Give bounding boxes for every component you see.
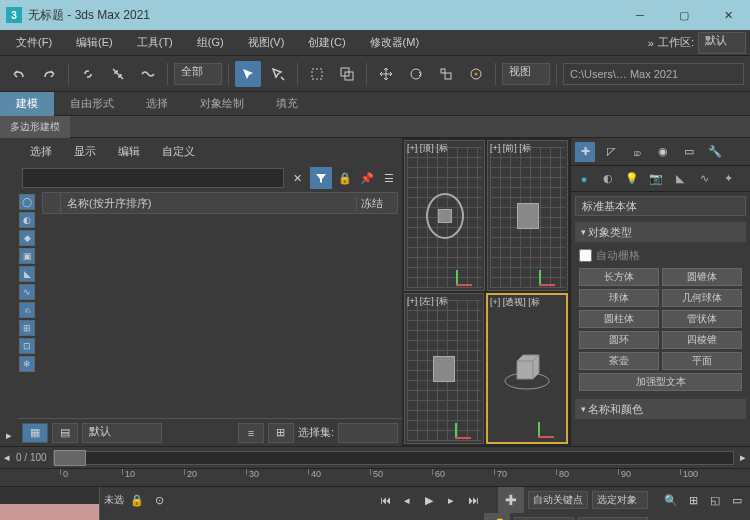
ribbon-tab-populate[interactable]: 填充 (260, 92, 314, 116)
prev-frame-button[interactable]: ◂ (398, 491, 416, 509)
menu-views[interactable]: 视图(V) (236, 31, 297, 55)
menu-group[interactable]: 组(G) (185, 31, 236, 55)
set-key-bigbutton[interactable]: 🔑 (484, 513, 510, 520)
menu-create[interactable]: 创建(C) (296, 31, 357, 55)
selset-icon[interactable]: ⊞ (268, 423, 294, 443)
col-freeze[interactable]: 冻结 (357, 196, 397, 211)
sub-shapes-icon[interactable]: ◐ (599, 170, 617, 188)
time-track[interactable] (53, 451, 734, 465)
minimize-button[interactable]: ─ (618, 0, 662, 30)
expand-icon[interactable]: ▸ (6, 429, 12, 442)
filter-group-icon[interactable]: ⊞ (19, 320, 35, 336)
lock-selection-icon[interactable]: 🔒 (128, 491, 146, 509)
scene-tab-select[interactable]: 选择 (20, 140, 62, 162)
filter-geom-icon[interactable]: ◯ (19, 194, 35, 210)
isolate-icon[interactable]: ⊙ (150, 491, 168, 509)
clear-search-button[interactable]: ✕ (288, 169, 306, 187)
col-name[interactable]: 名称(按升序排序) (61, 196, 357, 211)
selset-dropdown[interactable] (338, 423, 398, 443)
sub-lights-icon[interactable]: 💡 (623, 170, 641, 188)
ribbon-sub-polymodel[interactable]: 多边形建模 (0, 116, 70, 138)
redo-button[interactable] (36, 61, 62, 87)
project-path[interactable]: C:\Users\… Max 2021 (563, 63, 744, 85)
close-button[interactable]: ✕ (706, 0, 750, 30)
scene-tab-custom[interactable]: 自定义 (152, 140, 205, 162)
cmd-tab-modify[interactable]: ◸ (601, 142, 621, 162)
menu-edit[interactable]: 编辑(E) (64, 31, 125, 55)
pin-icon[interactable]: 📌 (358, 169, 376, 187)
filter-shape-icon[interactable]: ◐ (19, 212, 35, 228)
viewport-left[interactable]: [+] [左] [标 (404, 293, 484, 444)
placement-button[interactable] (463, 61, 489, 87)
ref-coord-dropdown[interactable]: 视图 (502, 63, 550, 85)
scene-list-body[interactable] (42, 214, 398, 418)
filter-light-icon[interactable]: ◆ (19, 230, 35, 246)
more-icon[interactable]: ☰ (380, 169, 398, 187)
btn-plane[interactable]: 平面 (662, 352, 742, 370)
filter-frozen-icon[interactable]: ❄ (19, 356, 35, 372)
trackview-mini[interactable]: MAXScript 迷 (0, 487, 100, 520)
ribbon-tab-modeling[interactable]: 建模 (0, 92, 54, 116)
window-crossing-button[interactable] (334, 61, 360, 87)
goto-start-button[interactable]: ⏮ (376, 491, 394, 509)
lock-icon[interactable]: 🔒 (336, 169, 354, 187)
add-key-button[interactable]: ✚ (498, 487, 524, 513)
category-dropdown[interactable]: 标准基本体 (575, 196, 746, 216)
scene-tab-display[interactable]: 显示 (64, 140, 106, 162)
link-button[interactable] (75, 61, 101, 87)
unlink-button[interactable] (105, 61, 131, 87)
viewport-perspective[interactable]: [+] [透视] [标 (486, 293, 568, 444)
btn-sphere[interactable]: 球体 (579, 289, 659, 307)
filter-camera-icon[interactable]: ▣ (19, 248, 35, 264)
sub-spacewarps-icon[interactable]: ∿ (695, 170, 713, 188)
select-by-name-button[interactable] (265, 61, 291, 87)
filter-xref-icon[interactable]: ⊡ (19, 338, 35, 354)
sub-helpers-icon[interactable]: ◣ (671, 170, 689, 188)
filter-bone-icon[interactable]: ⎌ (19, 302, 35, 318)
ribbon-tab-selection[interactable]: 选择 (130, 92, 184, 116)
autokey-button[interactable]: 自动关键点 (528, 491, 588, 509)
next-frame-button[interactable]: ▸ (442, 491, 460, 509)
layers-icon[interactable]: ≡ (238, 423, 264, 443)
filter-button[interactable] (310, 167, 332, 189)
play-button[interactable]: ▶ (420, 491, 438, 509)
layer-toggle-1[interactable]: ▦ (22, 423, 48, 443)
layer-toggle-2[interactable]: ▤ (52, 423, 78, 443)
nav-zoom-icon[interactable]: 🔍 (662, 491, 680, 509)
expand-timeline-icon[interactable]: ◂ (4, 451, 10, 464)
select-object-button[interactable] (235, 61, 261, 87)
bind-spacewarp-button[interactable] (135, 61, 161, 87)
viewport-front[interactable]: [+] [前] [标 (487, 140, 568, 291)
nav-fov-icon[interactable]: ▭ (728, 491, 746, 509)
time-slider-handle[interactable] (54, 450, 86, 466)
btn-teapot[interactable]: 茶壶 (579, 352, 659, 370)
btn-textplus[interactable]: 加强型文本 (579, 373, 742, 391)
menu-file[interactable]: 文件(F) (4, 31, 64, 55)
layer-dropdown[interactable]: 默认 (82, 423, 162, 443)
maximize-button[interactable]: ▢ (662, 0, 706, 30)
btn-pyramid[interactable]: 四棱锥 (662, 331, 742, 349)
filter-spacewarp-icon[interactable]: ∿ (19, 284, 35, 300)
menu-modifiers[interactable]: 修改器(M) (358, 31, 432, 55)
selection-filter-dropdown[interactable]: 全部 (174, 63, 222, 85)
cmd-tab-display[interactable]: ▭ (679, 142, 699, 162)
rollout-namecolor-title[interactable]: 名称和颜色 (575, 399, 746, 419)
scene-search-input[interactable] (22, 168, 284, 188)
ribbon-tab-objpaint[interactable]: 对象绘制 (184, 92, 260, 116)
workspace-dropdown[interactable]: 默认 (698, 32, 746, 54)
sub-geometry-icon[interactable]: ● (575, 170, 593, 188)
viewport-top[interactable]: [+] [顶] [标 (404, 140, 485, 291)
timeline-end-icon[interactable]: ▸ (740, 451, 746, 464)
btn-geosphere[interactable]: 几何球体 (662, 289, 742, 307)
scale-button[interactable] (433, 61, 459, 87)
move-button[interactable] (373, 61, 399, 87)
menu-tools[interactable]: 工具(T) (125, 31, 185, 55)
time-ruler[interactable]: 0102030405060708090100 (0, 468, 750, 486)
rotate-button[interactable] (403, 61, 429, 87)
btn-cylinder[interactable]: 圆柱体 (579, 310, 659, 328)
autogrid-checkbox[interactable]: 自动栅格 (579, 246, 742, 265)
sub-systems-icon[interactable]: ✦ (719, 170, 737, 188)
cmd-tab-motion[interactable]: ◉ (653, 142, 673, 162)
filter-helper-icon[interactable]: ◣ (19, 266, 35, 282)
nav-zoomall-icon[interactable]: ⊞ (684, 491, 702, 509)
